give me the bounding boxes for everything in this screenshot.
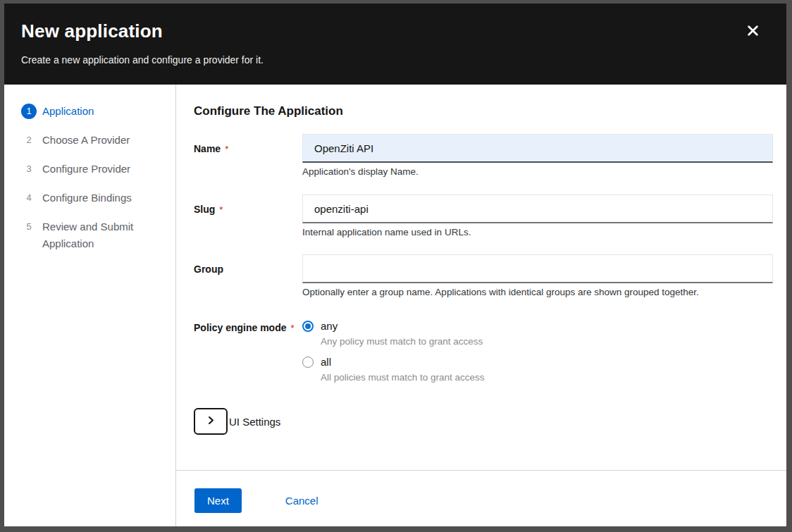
required-asterisk: * bbox=[219, 204, 223, 215]
close-button[interactable] bbox=[744, 23, 761, 40]
slug-label: Slug* bbox=[194, 194, 302, 237]
wizard-step-choose-provider[interactable]: 2 Choose A Provider bbox=[4, 132, 175, 149]
ui-settings-section: UI Settings bbox=[194, 408, 773, 435]
wizard-content: Configure The Application Name* Applicat… bbox=[176, 85, 786, 470]
step-number: 2 bbox=[21, 132, 37, 148]
group-input[interactable] bbox=[302, 254, 773, 283]
modal-body: 1 Application 2 Choose A Provider 3 Conf… bbox=[4, 85, 786, 526]
content-heading: Configure The Application bbox=[194, 104, 773, 118]
policy-any-label[interactable]: any bbox=[321, 320, 338, 332]
modal-subtitle: Create a new application and configure a… bbox=[21, 54, 769, 66]
wizard-nav: 1 Application 2 Choose A Provider 3 Conf… bbox=[4, 85, 176, 526]
policy-all-radio[interactable] bbox=[302, 357, 314, 368]
wizard-footer: Next Cancel bbox=[176, 470, 786, 526]
name-helper-text: Application's display Name. bbox=[302, 166, 773, 177]
group-helper-text: Optionally enter a group name. Applicati… bbox=[302, 287, 773, 297]
wizard-step-review-submit[interactable]: 5 Review and Submit Application bbox=[4, 218, 175, 252]
policy-any-radio[interactable] bbox=[302, 321, 314, 332]
modal-title: New application bbox=[21, 20, 769, 42]
policy-option-all: all bbox=[302, 356, 773, 368]
required-asterisk: * bbox=[290, 323, 294, 333]
policy-any-helper-text: Any policy must match to grant access bbox=[321, 336, 773, 347]
step-number: 4 bbox=[21, 190, 37, 206]
step-label: Review and Submit Application bbox=[42, 218, 161, 252]
step-label: Configure Provider bbox=[42, 161, 130, 178]
step-label: Choose A Provider bbox=[42, 132, 130, 149]
form-row-group: Group Optionally enter a group name. App… bbox=[194, 254, 773, 297]
screen-backdrop: New application Create a new application… bbox=[0, 0, 792, 532]
step-number: 5 bbox=[21, 219, 37, 235]
policy-engine-mode-label: Policy engine mode* bbox=[194, 320, 302, 383]
cancel-button[interactable]: Cancel bbox=[285, 495, 318, 507]
step-number: 3 bbox=[21, 161, 37, 177]
form-row-slug: Slug* Internal application name used in … bbox=[194, 194, 773, 237]
modal-header: New application Create a new application… bbox=[4, 4, 786, 85]
policy-all-label[interactable]: all bbox=[321, 356, 331, 368]
wizard-step-application[interactable]: 1 Application bbox=[4, 103, 175, 120]
wizard-step-configure-bindings[interactable]: 4 Configure Bindings bbox=[4, 190, 175, 206]
step-number: 1 bbox=[21, 104, 37, 119]
next-button[interactable]: Next bbox=[194, 488, 242, 513]
name-label: Name* bbox=[194, 134, 302, 177]
step-label: Configure Bindings bbox=[42, 190, 132, 206]
slug-helper-text: Internal application name used in URLs. bbox=[302, 227, 773, 237]
slug-input[interactable] bbox=[302, 194, 773, 223]
form-row-name: Name* Application's display Name. bbox=[194, 134, 773, 177]
policy-all-helper-text: All policies must match to grant access bbox=[321, 372, 773, 383]
ui-settings-label: UI Settings bbox=[229, 416, 280, 428]
close-icon bbox=[747, 25, 759, 39]
form-row-policy-engine-mode: Policy engine mode* any Any policy must … bbox=[194, 320, 773, 383]
ui-settings-expand-button[interactable] bbox=[194, 408, 228, 435]
group-label: Group bbox=[194, 254, 302, 297]
name-input[interactable] bbox=[302, 134, 773, 163]
wizard-step-configure-provider[interactable]: 3 Configure Provider bbox=[4, 161, 175, 178]
policy-option-any: any bbox=[302, 320, 773, 332]
chevron-right-icon bbox=[206, 416, 216, 427]
wizard-main-column: Configure The Application Name* Applicat… bbox=[176, 85, 786, 526]
required-asterisk: * bbox=[225, 144, 228, 154]
new-application-modal: New application Create a new application… bbox=[4, 4, 786, 526]
step-label: Application bbox=[42, 103, 94, 120]
